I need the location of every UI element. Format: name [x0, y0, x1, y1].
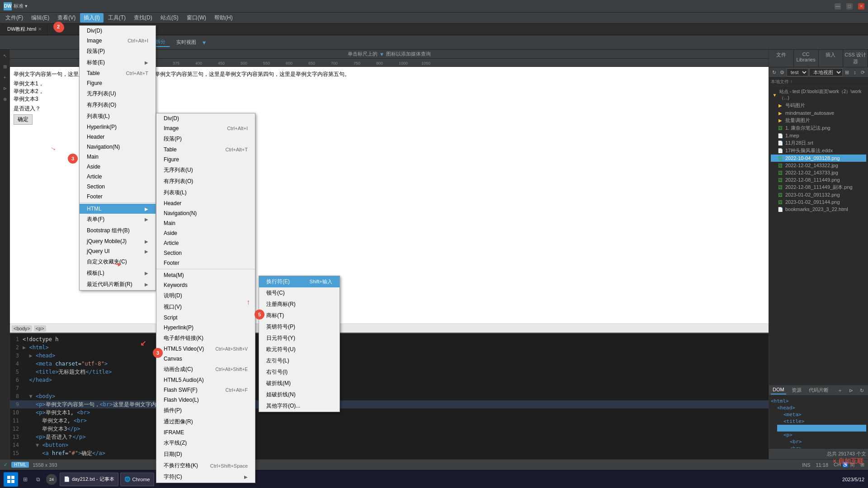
- cm-h-iframe[interactable]: IFRAME: [156, 427, 255, 437]
- cm-h-anim[interactable]: 动画合成(C)Ctrl+Alt+Shift+E: [156, 364, 255, 375]
- dom-expand-btn[interactable]: ⊳: [846, 386, 855, 394]
- tool-expand[interactable]: ⊳: [1, 84, 9, 92]
- cm-h-plugin[interactable]: 插件(P): [156, 405, 255, 416]
- taskbar-task-view[interactable]: ⧉: [33, 473, 43, 486]
- cm-h-video[interactable]: HTML5 Video(V)Ctrl+Alt+Shift+V: [156, 344, 255, 354]
- minimize-button[interactable]: —: [835, 3, 841, 9]
- cm-bootstrap[interactable]: Bootstrap 组件(B): [80, 225, 156, 236]
- dom-node-br1[interactable]: <br>: [771, 438, 866, 445]
- design-button[interactable]: 确定: [14, 114, 33, 125]
- dom-node-html[interactable]: <html>: [771, 398, 866, 404]
- file-item[interactable]: 📄 1.mep: [771, 132, 866, 139]
- menu-window[interactable]: 窗口(W): [183, 13, 210, 23]
- cm-h-div[interactable]: Div(D): [156, 113, 255, 123]
- cm-c-euro[interactable]: 欧元符号(U): [259, 344, 340, 355]
- cm-ol[interactable]: 有序列表(O): [80, 99, 156, 111]
- menu-file[interactable]: 文件(F): [2, 13, 27, 23]
- cm-h-section[interactable]: Section: [156, 248, 255, 258]
- cm-h-nbsp[interactable]: 不换行空格(K)Ctrl+Shift+Space: [156, 460, 255, 471]
- cm-h-hyperlink[interactable]: Hyperlink(P): [156, 323, 255, 333]
- cm-aside[interactable]: Aside: [80, 162, 156, 172]
- cm-c-linebreak[interactable]: 换行符(E) Shift+输入: [259, 276, 340, 287]
- file-item[interactable]: 📄 11月28日.srt: [771, 139, 866, 147]
- cm-nav[interactable]: Navigation(N): [80, 142, 156, 152]
- menu-insert[interactable]: 插入(I): [80, 13, 103, 23]
- cm-header[interactable]: Header: [80, 132, 156, 142]
- cm-template[interactable]: 模板(L)▶: [80, 267, 156, 279]
- taskbar-notepad[interactable]: 📄 day212.txt - 记事本: [60, 473, 118, 486]
- menu-edit[interactable]: 编辑(E): [28, 13, 53, 23]
- cm-c-pound[interactable]: 英镑符号(P): [259, 321, 340, 333]
- rp-tab-cc[interactable]: CC Libraries: [794, 50, 819, 67]
- cm-table[interactable]: TableCtrl+Alt+T: [80, 68, 156, 78]
- cm-jqm[interactable]: jQuery Mobile(J)▶: [80, 236, 156, 246]
- rt-more-btn[interactable]: ↕: [851, 68, 858, 76]
- file-item[interactable]: 🖼 2022-12-02_143733.jpg: [771, 169, 866, 176]
- cm-h-nav[interactable]: Navigation(N): [156, 208, 255, 218]
- file-item[interactable]: ▶ 号码图片: [771, 102, 866, 109]
- dom-tab-dom[interactable]: DOM: [771, 386, 786, 394]
- dom-node-head[interactable]: <head>: [771, 404, 866, 411]
- file-item[interactable]: 🖼 2022-12-02_143322.jpg: [771, 162, 866, 169]
- taskbar-search[interactable]: ⊞: [20, 473, 31, 486]
- file-item[interactable]: 🖼 1. 康奈尔笔记法.png: [771, 124, 866, 132]
- tag-p[interactable]: <p>: [34, 325, 46, 332]
- cm-c-emdash[interactable]: 破折线(M): [259, 378, 340, 389]
- cm-recent[interactable]: 最近代码片断新(R)▶: [80, 279, 156, 290]
- dom-node-meta[interactable]: <meta>: [771, 411, 866, 418]
- cm-h-desc[interactable]: 说明(D): [156, 290, 255, 301]
- file-site-root[interactable]: ▼ 站点 - test (D:\tools\面页\work（2）\work（..…: [771, 88, 866, 102]
- site-select[interactable]: test: [787, 68, 808, 76]
- file-item[interactable]: 🖼 2022-12-08_111449_副本.png: [771, 183, 866, 191]
- cm-div[interactable]: Div(D): [80, 26, 156, 36]
- cm-h-flvideo[interactable]: Flash Video(L): [156, 395, 255, 405]
- cm-h-email[interactable]: 电子邮件链接(K): [156, 333, 255, 344]
- cm-c-dun[interactable]: 顿号(C): [259, 287, 340, 299]
- menu-view[interactable]: 查看(V): [54, 13, 79, 23]
- tool-pointer[interactable]: ↖: [1, 52, 9, 60]
- cm-html[interactable]: HTML▶: [80, 204, 156, 214]
- cm-c-yen[interactable]: 日元符号(Y): [259, 333, 340, 344]
- cm-h-ul[interactable]: 无序列表(U): [156, 164, 255, 176]
- taskbar-chrome[interactable]: 🌐 Chrome: [120, 473, 154, 486]
- dom-refresh-btn[interactable]: ↻: [857, 386, 866, 394]
- cm-figure[interactable]: Figure: [80, 78, 156, 88]
- dom-tab-snippets[interactable]: 代码片断: [807, 386, 830, 394]
- dom-tab-assets[interactable]: 资源: [790, 386, 803, 394]
- menu-site[interactable]: 站点(S): [157, 13, 182, 23]
- live-view-button[interactable]: 实时视图: [172, 38, 201, 47]
- cm-h-swf[interactable]: Flash SWF(F)Ctrl+Alt+F: [156, 385, 255, 395]
- tab-dw-html[interactable]: DW教程.html ✕: [2, 24, 47, 34]
- file-item[interactable]: ▶ mindmaster_autosave: [771, 109, 866, 117]
- file-item[interactable]: 📄 bookmarks_2023_3_22.html: [771, 206, 866, 213]
- file-item[interactable]: 🖼 2023-01-02_091132.png: [771, 191, 866, 198]
- cm-h-aside[interactable]: Aside: [156, 228, 255, 238]
- rp-tab-file[interactable]: 文件: [769, 50, 794, 67]
- cm-footer[interactable]: Footer: [80, 192, 156, 202]
- file-item[interactable]: 📄 17种头脑风暴法.eddx: [771, 147, 866, 155]
- cm-h-li[interactable]: 列表项(L): [156, 187, 255, 198]
- rt-refresh-btn[interactable]: ↻: [771, 68, 778, 76]
- close-button[interactable]: ✕: [858, 3, 864, 9]
- cm-c-lquote[interactable]: 左引号(L): [259, 355, 340, 366]
- rp-tab-css[interactable]: CSS 设计器: [843, 50, 868, 67]
- rt-expand-btn[interactable]: ⊞: [844, 68, 850, 76]
- cm-tag[interactable]: 标签(E)▶: [80, 57, 156, 68]
- cm-h-table[interactable]: TableCtrl+Alt+T: [156, 145, 255, 155]
- cm-ul[interactable]: 无序列表(U): [80, 88, 156, 99]
- cm-h-canvas[interactable]: Canvas: [156, 354, 255, 364]
- cm-h-rollover[interactable]: 通过图像(R): [156, 416, 255, 427]
- cm-article[interactable]: Article: [80, 172, 156, 182]
- cm-h-ol[interactable]: 有序列表(O): [156, 176, 255, 187]
- tool-select[interactable]: ⊞: [1, 62, 9, 70]
- cm-h-script[interactable]: Script: [156, 313, 255, 323]
- tool-zoom[interactable]: ⊕: [1, 95, 9, 103]
- tag-body[interactable]: <body>: [12, 325, 32, 332]
- cm-paragraph[interactable]: 段落(P): [80, 46, 156, 57]
- cm-c-tm[interactable]: 商标(T): [259, 310, 340, 321]
- menu-find[interactable]: 查找(D): [130, 13, 156, 23]
- cm-h-hr[interactable]: 水平线(Z): [156, 437, 255, 449]
- cm-h-image[interactable]: ImageCtrl+Alt+I: [156, 123, 255, 133]
- rp-tab-insert[interactable]: 插入: [819, 50, 844, 67]
- cm-form[interactable]: 表单(F)▶: [80, 214, 156, 225]
